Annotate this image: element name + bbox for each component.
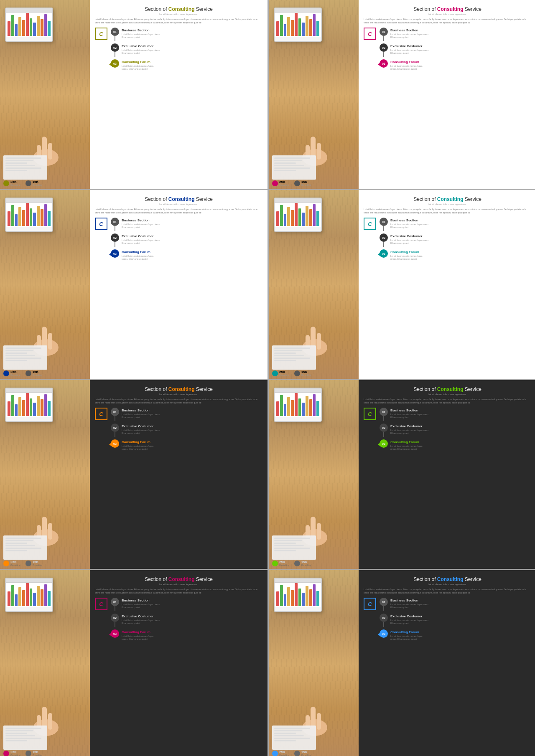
stat-value-2: 15K: [33, 180, 43, 184]
card-line: [274, 730, 302, 731]
slide-description: Lot eiil laborum dolis numes fugas.utrea…: [364, 398, 531, 404]
timeline-item: 03 Consulting Forum Lot eiil laborum dol…: [111, 249, 262, 261]
card-line: [274, 548, 310, 549]
timeline-heading: Consulting Forum: [122, 60, 262, 64]
stat-value-2: 15K: [33, 370, 43, 374]
timeline-text: Lot eiil laborum dolis numes.fugas.utrea…: [122, 33, 262, 39]
timeline-item: 02 Exclusive Costumer Lot eiil laborum d…: [380, 424, 531, 437]
logo-area: C: [95, 598, 107, 756]
slide: 25K Consulting 15K Consulting: [269, 0, 535, 189]
timeline-item: 02 Exclusive Costumer Lot eiil laborum d…: [111, 614, 262, 627]
info-card: [3, 345, 47, 370]
card-line: [274, 545, 304, 546]
stats-row: 25K Consulting 15K Consulting: [3, 750, 42, 756]
info-card: [3, 726, 47, 750]
slide-left-panel: 25K Consulting 15K Consulting: [0, 190, 90, 379]
timeline-heading: Business Section: [390, 408, 531, 412]
card-line: [274, 162, 296, 164]
stat-label-1: Consulting: [279, 184, 289, 186]
timeline-wrap: 01 Business Section Lot eiil laborum dol…: [111, 598, 262, 756]
timeline-circle: 01: [380, 408, 388, 416]
timeline-heading: Consulting Forum: [122, 250, 262, 254]
svg-rect-10: [48, 333, 52, 350]
tablet-header: [275, 198, 321, 203]
card-line: [274, 735, 304, 736]
timeline-heading: Consulting Forum: [390, 60, 531, 64]
content-area: C 01 Business Section Lot eiil laborum d…: [95, 598, 262, 756]
slide-description: Lot eiil laborum dolis numes fugas.utrea…: [95, 398, 262, 404]
info-card: [272, 535, 316, 560]
timeline-circle: 03: [111, 249, 119, 258]
slide-title: Section of Consulting Service: [364, 6, 531, 12]
slide: 25K Consulting 15K Consulting: [0, 190, 268, 379]
stat-dot-2: [294, 561, 300, 566]
stat-dot-1: [3, 180, 9, 186]
timeline-wrap: 01 Business Section Lot eiil laborum dol…: [111, 218, 262, 375]
slide-title-highlight: Consulting: [437, 196, 464, 202]
timeline-circle: 03: [380, 439, 388, 448]
timeline-connector: [115, 416, 115, 421]
card-line: [274, 360, 296, 361]
stats-row: 25K Consulting 15K Consulting: [272, 180, 311, 186]
timeline-item: 02 Exclusive Costumer Lot eiil laborum d…: [380, 233, 531, 247]
stat-dot-2: [25, 561, 31, 566]
slide-title: Section of Consulting Service: [95, 196, 262, 202]
card-line: [5, 170, 27, 171]
slides-grid: 25K Consulting 15K Consulting: [0, 0, 535, 756]
timeline-circle: 02: [111, 233, 119, 242]
tablet-device: [274, 198, 322, 232]
stats-row: 25K Consulting 15K Consulting: [3, 180, 42, 186]
card-line: [274, 353, 296, 354]
slide-left-panel: 25K Consulting 15K Consulting: [269, 570, 359, 756]
card-line: [5, 360, 27, 361]
timeline-text: Lot eiil laborum dolis numes.fugas.utrea…: [390, 255, 531, 261]
timeline-item: 03 Consulting Forum Lot eiil laborum dol…: [380, 629, 531, 641]
timeline-circle: 01: [380, 218, 388, 226]
slide: 25K Consulting 15K Consulting: [0, 0, 268, 189]
stat-label-2: Consulting: [301, 564, 311, 566]
stat-label-1: Consulting: [279, 564, 289, 566]
slide-title-highlight: Consulting: [437, 6, 464, 12]
chart-bars: [6, 13, 52, 37]
stat-dot-1: [3, 751, 9, 756]
timeline-item: 03 Consulting Forum Lot eiil laborum dol…: [111, 439, 262, 451]
stat-item-1: 25K Consulting: [3, 560, 20, 566]
timeline-item: 03 Consulting Forum Lot eiil laborum dol…: [111, 59, 262, 71]
timeline-circle: 03: [380, 629, 388, 638]
stat-value-1: 25K: [279, 560, 289, 564]
timeline-text: Lot eiil laborum dolis numes.fugas.utrea…: [122, 255, 262, 261]
content-area: C 01 Business Section Lot eiil laborum d…: [364, 408, 531, 566]
tablet-device: [274, 8, 322, 42]
timeline-heading: Business Section: [390, 28, 531, 32]
svg-rect-2: [48, 143, 52, 160]
timeline-circle: 03: [380, 59, 388, 68]
timeline-heading: Exclusive Costumer: [390, 234, 531, 238]
logo-mark: C: [364, 218, 376, 230]
timeline-text: Lot eiil laborum dolis numes.fugas.utrea…: [390, 445, 531, 451]
card-line: [274, 167, 310, 169]
stat-dot-1: [3, 561, 9, 566]
tablet-header: [275, 578, 321, 583]
timeline-text: Lot eiil laborum dolis numes.fugas.utrea…: [122, 65, 262, 71]
card-line: [5, 733, 27, 734]
card-line: [5, 358, 41, 359]
card-line: [274, 165, 304, 166]
stat-item-1: 25K Consulting: [272, 560, 289, 566]
stat-value-2: 15K: [301, 560, 311, 564]
svg-rect-18: [48, 523, 52, 540]
timeline-heading: Business Section: [122, 408, 262, 412]
stat-item-1: 25K Consulting: [272, 370, 289, 376]
info-card: [3, 155, 47, 180]
stat-value-1: 25K: [10, 750, 20, 754]
logo-area: C: [95, 408, 107, 566]
stats-row: 25K Consulting 15K Consulting: [3, 370, 42, 376]
svg-rect-30: [317, 713, 321, 730]
timeline-item: 03 Consulting Forum Lot eiil laborum dol…: [380, 439, 531, 451]
stat-dot-2: [25, 370, 31, 376]
svg-rect-13: [311, 327, 316, 348]
timeline-circle: 03: [111, 59, 119, 68]
timeline-text: Lot eiil laborum dolis numes.fugas.utrea…: [122, 445, 262, 451]
timeline-heading: Exclusive Costumer: [390, 424, 531, 428]
stat-value-2: 15K: [33, 560, 43, 564]
wood-background: 25K Consulting 15K Consulting: [269, 380, 359, 569]
